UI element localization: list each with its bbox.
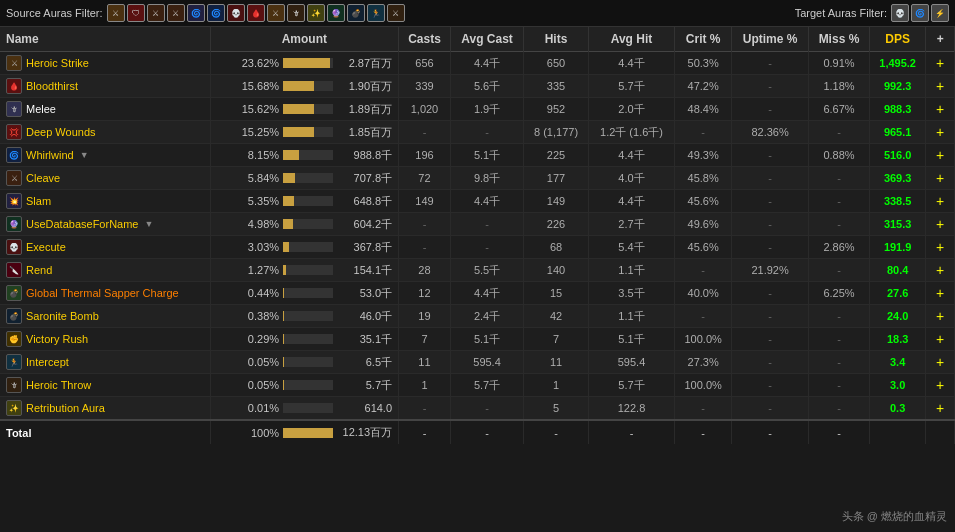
amount-cell-5: 5.84% 707.8千 (210, 167, 398, 190)
source-filter-icon-11[interactable]: 🔮 (327, 4, 345, 22)
plus-button[interactable]: + (934, 55, 946, 71)
spell-name[interactable]: Slam (26, 195, 51, 207)
plus-button[interactable]: + (934, 377, 946, 393)
plus-button[interactable]: + (934, 331, 946, 347)
source-filter-icon-7[interactable]: 🩸 (247, 4, 265, 22)
avgHit-cell-3: 1.2千 (1.6千) (588, 121, 674, 144)
spell-name[interactable]: Cleave (26, 172, 60, 184)
casts-cell-4: 196 (399, 144, 451, 167)
header-amount[interactable]: Amount (210, 27, 398, 52)
plus-cell-5[interactable]: + (926, 167, 955, 190)
name-cell-8: 💀 Execute (0, 236, 210, 259)
spell-name[interactable]: Whirlwind (26, 149, 74, 161)
plus-cell-14[interactable]: + (926, 374, 955, 397)
spell-name[interactable]: Global Thermal Sapper Charge (26, 287, 179, 299)
dps-value: 1,495.2 (879, 57, 916, 69)
plus-button[interactable]: + (934, 400, 946, 416)
avgHit-cell-12: 5.1千 (588, 328, 674, 351)
source-filter-icon-14[interactable]: ⚔ (387, 4, 405, 22)
plus-cell-13[interactable]: + (926, 351, 955, 374)
plus-button[interactable]: + (934, 308, 946, 324)
plus-cell-3[interactable]: + (926, 121, 955, 144)
source-filter-icon-2[interactable]: ⚔ (147, 4, 165, 22)
source-filter-icon-3[interactable]: ⚔ (167, 4, 185, 22)
dropdown-arrow[interactable]: ▼ (80, 150, 89, 160)
target-filter-icon-2[interactable]: ⚡ (931, 4, 949, 22)
table-row: 🏃 Intercept 0.05% 6.5千 11595.411595.427.… (0, 351, 955, 374)
amount-cell-1: 15.68% 1.90百万 (210, 75, 398, 98)
spell-name[interactable]: Saronite Bomb (26, 310, 99, 322)
source-filter-icon-1[interactable]: 🛡 (127, 4, 145, 22)
header-crit[interactable]: Crit % (675, 27, 732, 52)
plus-button[interactable]: + (934, 216, 946, 232)
miss-cell-11: - (809, 305, 870, 328)
spell-name[interactable]: Rend (26, 264, 52, 276)
plus-button[interactable]: + (934, 170, 946, 186)
plus-button[interactable]: + (934, 354, 946, 370)
source-filter-icon-0[interactable]: ⚔ (107, 4, 125, 22)
plus-button[interactable]: + (934, 78, 946, 94)
source-filter-icon-8[interactable]: ⚔ (267, 4, 285, 22)
spell-name[interactable]: Execute (26, 241, 66, 253)
spell-name[interactable]: Heroic Throw (26, 379, 91, 391)
spell-name[interactable]: UseDatabaseForName (26, 218, 139, 230)
footer-miss: - (809, 420, 870, 444)
spell-name[interactable]: Bloodthirst (26, 80, 78, 92)
plus-cell-15[interactable]: + (926, 397, 955, 421)
plus-button[interactable]: + (934, 101, 946, 117)
dropdown-arrow[interactable]: ▼ (145, 219, 154, 229)
plus-button[interactable]: + (934, 147, 946, 163)
source-filter-icon-4[interactable]: 🌀 (187, 4, 205, 22)
avgHit-cell-9: 1.1千 (588, 259, 674, 282)
header-avgCast[interactable]: Avg Cast (450, 27, 523, 52)
bar-fill (283, 104, 314, 114)
name-cell-3: 💢 Deep Wounds (0, 121, 210, 144)
source-filter-icon-6[interactable]: 💀 (227, 4, 245, 22)
spell-name[interactable]: Retribution Aura (26, 402, 105, 414)
source-filter-icon-12[interactable]: 💣 (347, 4, 365, 22)
target-filter-icon-1[interactable]: 🌀 (911, 4, 929, 22)
plus-button[interactable]: + (934, 239, 946, 255)
spell-name[interactable]: Heroic Strike (26, 57, 89, 69)
source-filter-icon-10[interactable]: ✨ (307, 4, 325, 22)
plus-cell-11[interactable]: + (926, 305, 955, 328)
plus-cell-10[interactable]: + (926, 282, 955, 305)
hits-cell-2: 952 (524, 98, 589, 121)
plus-cell-4[interactable]: + (926, 144, 955, 167)
plus-cell-7[interactable]: + (926, 213, 955, 236)
spell-icon: ✊ (6, 331, 22, 347)
header-uptime[interactable]: Uptime % (732, 27, 809, 52)
plus-cell-1[interactable]: + (926, 75, 955, 98)
plus-cell-8[interactable]: + (926, 236, 955, 259)
plus-cell-9[interactable]: + (926, 259, 955, 282)
header-miss[interactable]: Miss % (809, 27, 870, 52)
plus-cell-2[interactable]: + (926, 98, 955, 121)
header-plus[interactable]: + (926, 27, 955, 52)
header-name[interactable]: Name (0, 27, 210, 52)
table-row: ✊ Victory Rush 0.29% 35.1千 75.1千75.1千100… (0, 328, 955, 351)
plus-cell-0[interactable]: + (926, 52, 955, 75)
spell-name[interactable]: Victory Rush (26, 333, 88, 345)
amount-value: 6.5千 (337, 355, 392, 370)
plus-button[interactable]: + (934, 193, 946, 209)
amount-cell-4: 8.15% 988.8千 (210, 144, 398, 167)
miss-cell-8: 2.86% (809, 236, 870, 259)
avgHit-cell-6: 4.4千 (588, 190, 674, 213)
plus-button[interactable]: + (934, 262, 946, 278)
amount-bar (283, 81, 333, 91)
spell-name[interactable]: Melee (26, 103, 56, 115)
plus-cell-6[interactable]: + (926, 190, 955, 213)
header-casts[interactable]: Casts (399, 27, 451, 52)
spell-name[interactable]: Intercept (26, 356, 69, 368)
source-filter-icon-5[interactable]: 🌀 (207, 4, 225, 22)
plus-cell-12[interactable]: + (926, 328, 955, 351)
source-filter-icon-9[interactable]: 🗡 (287, 4, 305, 22)
target-filter-icon-0[interactable]: 💀 (891, 4, 909, 22)
spell-name[interactable]: Deep Wounds (26, 126, 96, 138)
header-hits[interactable]: Hits (524, 27, 589, 52)
plus-button[interactable]: + (934, 124, 946, 140)
source-filter-icon-13[interactable]: 🏃 (367, 4, 385, 22)
header-avgHit[interactable]: Avg Hit (588, 27, 674, 52)
plus-button[interactable]: + (934, 285, 946, 301)
header-dps[interactable]: DPS (869, 27, 925, 52)
